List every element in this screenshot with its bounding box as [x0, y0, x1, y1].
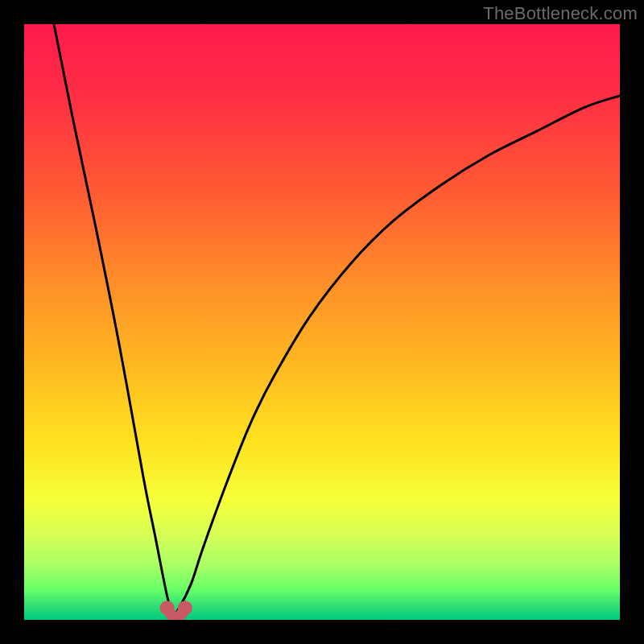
chart-svg	[24, 24, 620, 620]
gradient-background	[24, 24, 620, 620]
marker-dot	[160, 601, 175, 615]
chart-frame	[24, 24, 620, 620]
marker-dot	[178, 601, 192, 615]
watermark-text: TheBottleneck.com	[483, 3, 638, 24]
